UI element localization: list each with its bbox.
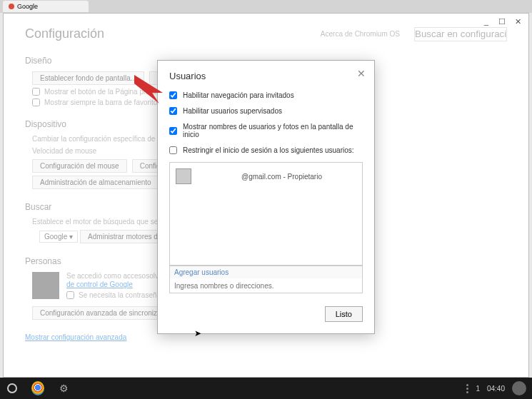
notifications-icon[interactable] <box>466 384 468 393</box>
add-users-label: Agregar usuarios <box>170 266 362 278</box>
system-avatar-icon[interactable] <box>512 381 526 395</box>
browser-tab[interactable]: Google <box>3 1 89 12</box>
restrict-signin-checkbox[interactable] <box>169 146 177 154</box>
restrict-signin-label: Restringir el inicio de sesión a los sig… <box>183 146 354 154</box>
taskbar: ⚙ 1 04:40 <box>0 378 532 399</box>
guest-browsing-checkbox[interactable] <box>169 91 177 99</box>
clock[interactable]: 04:40 <box>487 385 505 393</box>
tab-title: Google <box>17 3 38 10</box>
tab-favicon-icon <box>9 4 14 9</box>
settings-icon[interactable]: ⚙ <box>57 382 70 395</box>
user-entry-label: @gmail.com - Propietario <box>241 173 322 181</box>
show-names-label: Mostrar nombres de usuarios y fotos en l… <box>183 123 363 138</box>
add-users-input[interactable] <box>170 279 362 293</box>
modal-overlay: Usuarios ✕ Habilitar navegación para inv… <box>4 14 528 377</box>
modal-title: Usuarios <box>169 71 363 81</box>
settings-window: _ ☐ ✕ Configuración Acerca de Chromium O… <box>3 13 529 378</box>
chrome-icon[interactable] <box>31 382 44 395</box>
modal-close-icon[interactable]: ✕ <box>357 68 366 79</box>
add-users-section: Agregar usuarios <box>169 266 363 293</box>
supervised-users-checkbox[interactable] <box>169 107 177 115</box>
list-item: @gmail.com - Propietario <box>176 168 356 184</box>
launcher-icon[interactable] <box>6 382 19 395</box>
user-avatar-icon <box>176 168 191 184</box>
supervised-users-label: Habilitar usuarios supervisados <box>183 107 282 115</box>
guest-browsing-label: Habilitar navegación para invitados <box>183 91 294 99</box>
browser-tab-bar: Google <box>0 0 532 13</box>
show-names-checkbox[interactable] <box>169 127 177 135</box>
done-button[interactable]: Listo <box>325 306 363 322</box>
users-modal: Usuarios ✕ Habilitar navegación para inv… <box>157 60 375 334</box>
users-list-box: @gmail.com - Propietario <box>169 162 363 266</box>
battery-indicator[interactable]: 1 <box>476 385 480 393</box>
